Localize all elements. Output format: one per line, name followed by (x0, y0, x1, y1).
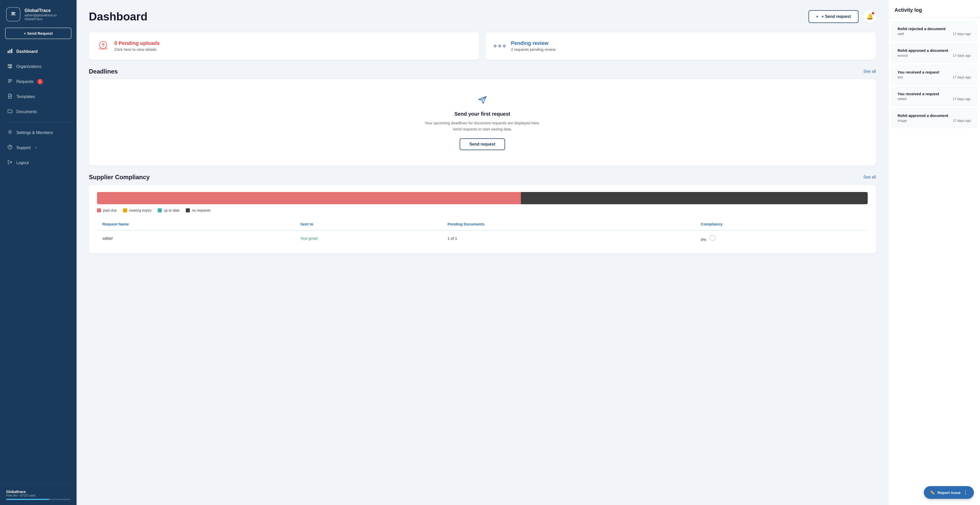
pending-uploads-count: 0 Pending uploads (115, 40, 160, 46)
pending-uploads-card[interactable]: 0 Pending uploads Click here to view det… (89, 32, 479, 60)
activity-panel: Activity log Rohit rejected a document s… (888, 0, 980, 505)
deadlines-see-all[interactable]: See all (863, 69, 876, 74)
past-due-label: past due (103, 208, 117, 212)
user-org: GlobalTrace (24, 17, 57, 21)
send-icon (477, 94, 487, 107)
col-sent-to: Sent to (295, 218, 442, 231)
cell-sent-to: Test gmail (295, 231, 442, 246)
supplier-compliancy-section: Supplier Compliancy See all past due (89, 174, 876, 253)
activity-detail-1: tesssst (897, 54, 908, 57)
sidebar-item-documents[interactable]: Documents (3, 104, 73, 119)
compliancy-see-all[interactable]: See all (863, 175, 876, 180)
app-wrapper: GlobalTrace admin@globaltrace.io GlobalT… (0, 0, 980, 505)
pending-review-card[interactable]: Pending review 2 requests pending review (485, 32, 876, 60)
building-icon (7, 63, 13, 70)
activity-meta-3: sdfdsf 17 days ago (897, 97, 971, 101)
plus-icon: + (816, 14, 818, 19)
deadlines-send-request-button[interactable]: Send request (460, 139, 505, 150)
report-issue-button[interactable]: ✏️ Report issue ⋮ (924, 486, 974, 499)
compliancy-circle (710, 235, 716, 241)
svg-rect-2 (10, 50, 11, 53)
sidebar-item-requests[interactable]: Requests 1 (3, 74, 73, 89)
legend-past-due: past due (97, 208, 117, 212)
activity-time-0: 17 days ago (953, 32, 971, 36)
svg-rect-11 (8, 82, 11, 83)
documents-label: Documents (16, 110, 37, 114)
svg-rect-13 (9, 97, 11, 97)
pending-review-count: 2 requests pending review (511, 47, 555, 52)
sidebar-item-settings[interactable]: Settings & Members (3, 125, 73, 140)
header-actions: + + Send request 🔔 (808, 10, 876, 23)
bar-past-due (97, 192, 521, 204)
svg-rect-8 (10, 67, 11, 68)
footer-tier: Free tier - 67/25 used (6, 494, 70, 497)
notification-dot (871, 11, 875, 15)
compliancy-title: Supplier Compliancy (89, 174, 150, 181)
folder-icon (7, 108, 13, 115)
footer-app-name: Globaltrace (6, 490, 70, 494)
activity-meta-2: test 17 days ago (897, 75, 971, 79)
activity-detail-0: sddf (897, 32, 904, 36)
sidebar-item-templates[interactable]: Templates (3, 89, 73, 104)
activity-meta-0: sddf 17 days ago (897, 32, 971, 36)
cell-pending-docs: 1 of 1 (442, 231, 696, 246)
cell-compliancy: 0% (696, 231, 867, 246)
question-icon (7, 145, 13, 151)
activity-action-2: You received a request (897, 70, 971, 74)
sidebar-send-request-button[interactable]: + Send Request (5, 27, 72, 39)
sidebar-item-organizations[interactable]: Organizations (3, 59, 73, 74)
sent-to-link[interactable]: Test gmail (301, 236, 318, 241)
sidebar-item-dashboard[interactable]: Dashboard (3, 44, 73, 59)
legend-up-to-date: up to date (158, 208, 180, 212)
compliance-table: Request Name Sent to Pending Documents C… (97, 218, 868, 246)
svg-rect-10 (8, 81, 12, 81)
page-title: Dashboard (89, 10, 148, 23)
app-logo (6, 7, 21, 21)
more-icon: ⋮ (963, 490, 968, 495)
activity-meta-1: tesssst 17 days ago (897, 54, 971, 57)
logout-label: Logout (16, 161, 29, 165)
settings-label: Settings & Members (16, 131, 53, 135)
tier-bar-background (6, 499, 70, 500)
activity-detail-2: test (897, 75, 903, 79)
send-request-label: + Send request (821, 14, 851, 19)
svg-rect-6 (10, 65, 11, 66)
up-to-date-label: up to date (164, 208, 180, 212)
main-area: Dashboard + + Send request 🔔 (76, 0, 980, 505)
compliance-table-head: Request Name Sent to Pending Documents C… (97, 218, 868, 231)
app-name: GlobalTrace (24, 8, 57, 13)
header-send-request-button[interactable]: + + Send request (808, 10, 859, 23)
activity-action-1: Rohit approved a document (897, 48, 971, 53)
compliancy-value: 0% (701, 237, 706, 242)
notification-bell[interactable]: 🔔 (864, 11, 876, 23)
activity-detail-4: Image (897, 119, 907, 123)
legend-nearing-expiry: nearing expiry (123, 208, 151, 212)
sidebar-item-support[interactable]: Support ↗ (3, 140, 73, 155)
svg-rect-12 (9, 96, 11, 96)
sidebar-item-logout[interactable]: Logout (3, 156, 73, 170)
sidebar-header: GlobalTrace admin@globaltrace.io GlobalT… (0, 0, 76, 27)
templates-label: Templates (16, 94, 35, 99)
activity-time-3: 17 days ago (953, 97, 971, 101)
dashboard-label: Dashboard (16, 49, 38, 54)
legend-no-requests: no requests (186, 208, 210, 212)
list-icon (7, 78, 13, 85)
compliance-legend: past due nearing expiry up to date (97, 208, 868, 212)
main-content: Dashboard + + Send request 🔔 (76, 0, 888, 505)
file-icon (7, 94, 13, 100)
deadlines-empty-desc: Your upcoming deadlines for document req… (425, 120, 540, 132)
external-link-icon: ↗ (34, 146, 37, 150)
organizations-label: Organizations (16, 64, 41, 69)
review-dots-icon (493, 45, 506, 48)
col-pending-docs: Pending Documents (442, 218, 696, 231)
report-icon: ✏️ (930, 490, 935, 495)
activity-meta-4: Image 17 days ago (897, 119, 971, 123)
deadlines-header: Deadlines See all (89, 68, 876, 75)
col-compliancy: Compliancy (696, 218, 867, 231)
logout-icon (7, 159, 13, 166)
compliancy-bar-container: past due nearing expiry up to date (89, 185, 876, 253)
no-requests-label: no requests (192, 208, 210, 212)
activity-log-header: Activity log (888, 0, 980, 18)
svg-rect-3 (11, 49, 12, 53)
col-request-name: Request Name (97, 218, 295, 231)
